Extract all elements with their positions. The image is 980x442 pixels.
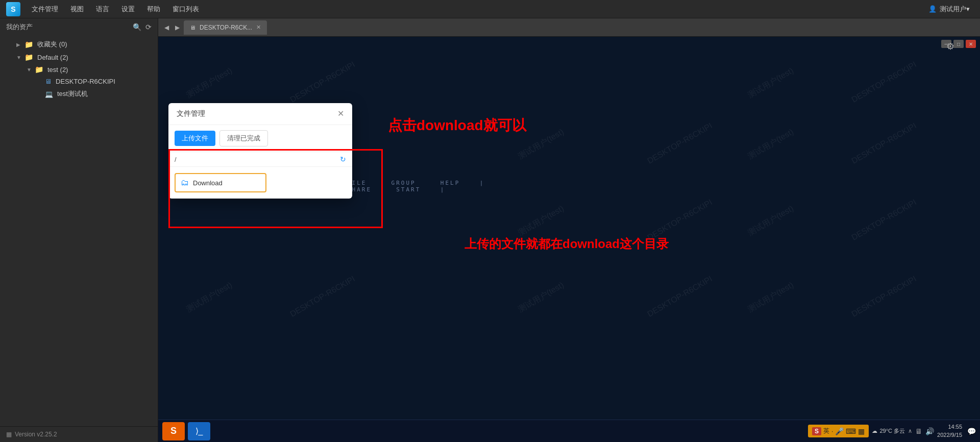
annotation-text-2: 上传的文件就都在download这个目录 xyxy=(464,236,669,252)
arrow-icon: ▼ xyxy=(27,67,33,72)
clock-date: 2022/9/15 xyxy=(937,431,962,439)
arrow-icon: ▼ xyxy=(16,55,22,60)
tab-bar: ◀ ▶ 🖥 DESKTOP-R6CK... ✕ xyxy=(158,18,980,37)
watermark: 测试用户(test) DESKTOP-R6CKIPI 测试用户(test) DE… xyxy=(158,37,980,442)
tab-close-button[interactable]: ✕ xyxy=(256,24,261,31)
file-manager-modal: 文件管理 ✕ 上传文件 清理已完成 / ↻ 🗂 Download xyxy=(168,103,352,199)
menu-settings[interactable]: 设置 xyxy=(116,3,140,16)
ime-grid-icon[interactable]: ▦ xyxy=(858,427,865,435)
tab-window-icon: 🖥 xyxy=(190,24,195,31)
computer-icon: 💻 xyxy=(45,90,53,98)
app-logo: S xyxy=(6,2,20,16)
folder-icon: 📁 xyxy=(35,65,43,73)
version-label: Version v2.25.2 xyxy=(15,431,57,438)
input-method-bar[interactable]: S 英 · 🎤 ⌨ ▦ xyxy=(808,425,869,437)
fm-file-list: 🗂 Download xyxy=(168,167,352,199)
sidebar-title: 我的资产 xyxy=(6,22,129,32)
sidebar-item-label: Default (2) xyxy=(37,54,68,61)
systray-caret[interactable]: ∧ xyxy=(908,428,912,434)
grid-icon: ▦ xyxy=(6,431,12,438)
sidebar-item-desktop1[interactable]: ▶ 🖥 DESKTOP-R6CKIPI xyxy=(0,76,158,87)
gear-icon[interactable]: ⚙ xyxy=(946,41,954,52)
remote-desktop-panel: ─ □ ✕ ⚙ 测试用户(test) DESKTOP-R6CKIPI 测试用户(… xyxy=(158,37,980,442)
menu-view[interactable]: 视图 xyxy=(65,3,89,16)
remote-menu-text: FILE GROUP HELP | SHARE START | W xyxy=(347,180,484,200)
tab-nav-right[interactable]: ▶ xyxy=(173,22,182,33)
taskbar-clock: 14:55 2022/9/15 xyxy=(937,423,962,439)
sidebar-item-default[interactable]: ▼ 📁 Default (2) xyxy=(0,51,158,63)
menu-window-list[interactable]: 窗口列表 xyxy=(167,3,204,16)
folder-icon: 📁 xyxy=(24,40,33,48)
ime-logo: S xyxy=(812,427,821,435)
fm-close-button[interactable]: ✕ xyxy=(337,110,344,118)
sidebar: 我的资产 🔍 ⟳ ▶ 📁 收藏夹 (0) ▼ 📁 Default (2) xyxy=(0,18,158,442)
sidebar-footer: ▦ Version v2.25.2 xyxy=(0,426,158,442)
fm-toolbar: 上传文件 清理已完成 xyxy=(168,125,352,152)
fm-folder-icon: 🗂 xyxy=(181,178,189,187)
clock-time: 14:55 xyxy=(937,423,962,431)
menu-bar: S 文件管理 视图 语言 设置 帮助 窗口列表 👤 测试用户▾ xyxy=(0,0,980,18)
menu-language[interactable]: 语言 xyxy=(91,3,114,16)
sidebar-item-favorites[interactable]: ▶ 📁 收藏夹 (0) xyxy=(0,38,158,51)
fm-body[interactable]: / ↻ 🗂 Download xyxy=(168,152,352,199)
user-label: 测试用户▾ xyxy=(940,5,970,14)
menu-help[interactable]: 帮助 xyxy=(142,3,165,16)
maximize-button[interactable]: □ xyxy=(953,40,964,48)
remote-win-controls: ─ □ ✕ xyxy=(937,37,980,51)
arrow-icon: ▶ xyxy=(16,42,22,47)
sidebar-item-test[interactable]: ▼ 📁 test (2) xyxy=(0,63,158,76)
sidebar-search-icon[interactable]: 🔍 xyxy=(133,23,141,31)
user-avatar-icon: 👤 xyxy=(928,5,937,13)
main-content: 我的资产 🔍 ⟳ ▶ 📁 收藏夹 (0) ▼ 📁 Default (2) xyxy=(0,18,980,442)
ime-lang: 英 xyxy=(823,427,829,435)
sidebar-item-label: test (2) xyxy=(47,66,68,73)
fm-clear-button[interactable]: 清理已完成 xyxy=(219,130,268,146)
computer-icon: 🖥 xyxy=(45,78,52,85)
fm-folder-download[interactable]: 🗂 Download xyxy=(175,173,266,192)
fm-upload-button[interactable]: 上传文件 xyxy=(175,131,215,146)
annotation-text-1: 点击download就可以 xyxy=(388,116,526,135)
user-menu[interactable]: 👤 测试用户▾ xyxy=(924,3,974,16)
fm-title: 文件管理 xyxy=(177,109,337,118)
sidebar-item-testmachine[interactable]: ▶ 💻 test测试机 xyxy=(0,87,158,101)
fm-refresh-icon[interactable]: ↻ xyxy=(340,155,346,163)
remote-taskbar: S ⟩_ S 英 · 🎤 ⌨ ▦ ☁ 29°C 多云 xyxy=(158,420,980,442)
tab-nav-left[interactable]: ◀ xyxy=(162,22,171,33)
sidebar-refresh-icon[interactable]: ⟳ xyxy=(145,23,152,31)
systray-volume-icon: 🔊 xyxy=(925,427,934,435)
menu-file-mgmt[interactable]: 文件管理 xyxy=(27,3,63,16)
fm-folder-name: Download xyxy=(193,179,223,187)
sidebar-tree: ▶ 📁 收藏夹 (0) ▼ 📁 Default (2) ▼ 📁 test (2) xyxy=(0,36,158,426)
fm-nav-path: / xyxy=(175,156,336,163)
folder-icon: 📁 xyxy=(24,53,33,61)
tab-label: DESKTOP-R6CK... xyxy=(200,24,252,31)
sidebar-header: 我的资产 🔍 ⟳ xyxy=(0,18,158,36)
weather-text: 29°C 多云 xyxy=(879,427,905,435)
sidebar-item-label: DESKTOP-R6CKIPI xyxy=(56,78,115,85)
fm-title-bar: 文件管理 ✕ xyxy=(168,103,352,125)
weather-icon: ☁ xyxy=(872,428,877,434)
tab-desktop[interactable]: 🖥 DESKTOP-R6CK... ✕ xyxy=(184,20,267,35)
sidebar-item-label: 收藏夹 (0) xyxy=(37,40,67,49)
taskbar-weather: ☁ 29°C 多云 xyxy=(872,427,905,435)
taskbar-icon-orange[interactable]: S xyxy=(162,422,185,440)
ime-mic-icon[interactable]: 🎤 xyxy=(835,427,844,435)
ime-dot: · xyxy=(831,428,833,435)
fm-nav-bar: / ↻ xyxy=(168,152,352,167)
taskbar-notification-icon[interactable]: 💬 xyxy=(967,427,976,435)
taskbar-icon-terminal[interactable]: ⟩_ xyxy=(188,422,210,440)
systray-monitor-icon: 🖥 xyxy=(915,427,922,435)
ime-keyboard-icon[interactable]: ⌨ xyxy=(846,427,856,435)
right-section: ◀ ▶ 🖥 DESKTOP-R6CK... ✕ ─ □ ✕ xyxy=(158,18,980,442)
close-button[interactable]: ✕ xyxy=(966,40,976,48)
sidebar-item-label: test测试机 xyxy=(57,89,88,99)
